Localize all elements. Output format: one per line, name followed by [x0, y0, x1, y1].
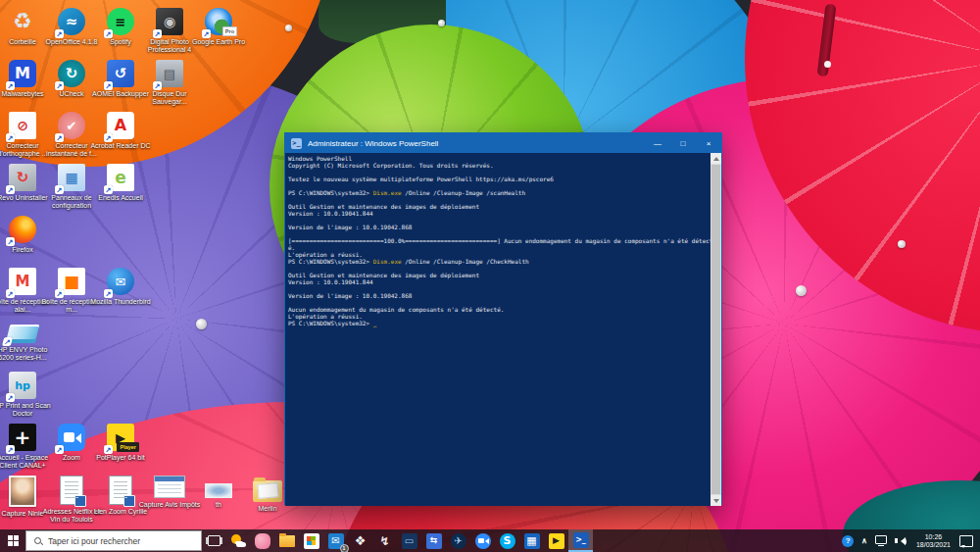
- console-scrollbar[interactable]: [710, 153, 721, 506]
- shortcut-arrow-overlay: ↗: [104, 81, 113, 90]
- desktop-icon-label: HP ENVY Photo 6200 series-H...: [0, 346, 55, 362]
- desktop-icon-disque-dur-sauvegarde[interactable]: ▤↗Disque Dur Sauvegar...: [137, 60, 202, 106]
- shortcut-arrow-overlay: ↗: [6, 133, 15, 142]
- tray-volume[interactable]: [891, 529, 911, 552]
- desktop: ♻Corbeille≈↗OpenOffice 4.1.8≡↗Spotify◉↗D…: [0, 0, 980, 552]
- plane-app-icon: ✈: [451, 533, 466, 549]
- help-icon: ?: [842, 535, 854, 547]
- clock-time: 10:26: [925, 533, 943, 541]
- hp-print-scan-doctor-icon: hp↗: [9, 372, 36, 399]
- taskbar-clock[interactable]: 10:26 18/03/2021: [911, 529, 956, 552]
- desktop-icon-label: Google Earth Pro: [192, 38, 245, 46]
- desktop-icon-mozilla-thunderbird[interactable]: ✉↗Mozilla Thunderbird: [88, 268, 153, 306]
- powershell-titlebar[interactable]: >_ Administrateur : Windows PowerShell —…: [285, 133, 721, 153]
- desktop-icon-google-earth-pro[interactable]: Pro↗Google Earth Pro: [186, 8, 251, 46]
- desktop-icon-label: UCheck: [60, 90, 84, 98]
- shortcut-arrow-overlay: ↗: [153, 81, 162, 90]
- desktop-icon-label: th: [216, 501, 221, 509]
- desktop-icon-acrobat-reader-dc[interactable]: A↗Acrobat Reader DC: [88, 112, 153, 150]
- potplayer-icon: ▶Player↗: [107, 424, 134, 451]
- taskbar-icon-dropbox[interactable]: ❖: [348, 529, 372, 552]
- scrollbar-thumb[interactable]: [711, 165, 720, 494]
- shortcut-arrow-overlay: ↗: [6, 289, 15, 298]
- desktop-icon-label: Mozilla Thunderbird: [90, 298, 150, 306]
- scrollbar-up-arrow[interactable]: [710, 153, 721, 164]
- taskbar-icon-powershell[interactable]: >_: [568, 529, 593, 552]
- desktop-icon-potplayer[interactable]: ▶Player↗PotPlayer 64 bit: [88, 424, 153, 462]
- window-controls: — □ ×: [645, 133, 721, 153]
- calendar-icon: ▦: [524, 533, 540, 549]
- taskbar-icon-remote-app[interactable]: ⇆: [421, 529, 446, 552]
- desktop-icon-label: PotPlayer 64 bit: [96, 454, 144, 462]
- taskbar-icon-file-explorer[interactable]: [274, 529, 299, 552]
- mozilla-thunderbird-icon: ✉↗: [107, 268, 134, 295]
- correcteur-orthographe-icon: ⊘↗: [9, 112, 36, 139]
- taskbar-icon-calendar[interactable]: ▦: [519, 529, 544, 552]
- shortcut-arrow-overlay: ↗: [104, 133, 113, 142]
- shortcut-arrow-overlay: ↗: [55, 445, 64, 454]
- taskbar-icon-lightning-app[interactable]: ↯: [372, 529, 397, 552]
- google-earth-pro-badge: Pro: [222, 26, 237, 36]
- potplayer-badge: Player: [117, 442, 139, 452]
- tray-hidden-icons-chevron[interactable]: ∧: [858, 529, 871, 552]
- task-view-button[interactable]: [202, 529, 225, 552]
- search-icon: [34, 537, 42, 545]
- windows-logo-icon: [8, 535, 19, 546]
- shortcut-arrow-overlay: ↗: [6, 393, 15, 402]
- desktop-icon-firefox[interactable]: ↗Firefox: [0, 216, 55, 254]
- desktop-icon-enedis-accueil[interactable]: e↗Enedis Accueil: [88, 164, 153, 202]
- maximize-button[interactable]: □: [670, 133, 696, 153]
- desktop-icon-hp-envy-photo[interactable]: ↗HP ENVY Photo 6200 series-H...: [0, 320, 55, 362]
- taskbar-icon-zoom[interactable]: [470, 529, 495, 552]
- desktop-icon-label: Firefox: [12, 246, 32, 254]
- taskbar-icon-mail[interactable]: ✉1: [323, 529, 348, 552]
- boite-reception-orange-icon: ■↗: [58, 268, 85, 295]
- taskbar-icon-plane-app[interactable]: ✈: [446, 529, 470, 552]
- microsoft-store-icon: [304, 533, 319, 549]
- shortcut-arrow-overlay: ↗: [55, 29, 64, 38]
- weather-icon: [230, 533, 246, 549]
- start-button[interactable]: [0, 529, 25, 552]
- pink-app-icon: [255, 533, 270, 549]
- shortcut-arrow-overlay: ↗: [104, 289, 113, 298]
- taskbar-icon-weather[interactable]: [225, 529, 250, 552]
- file-type-badge: [123, 495, 135, 507]
- taskbar-icon-skype[interactable]: S: [495, 529, 519, 552]
- action-center-button[interactable]: [956, 529, 977, 552]
- canal-plus-icon: +↗: [9, 424, 36, 451]
- lightning-app-icon: ↯: [377, 533, 393, 549]
- acrobat-reader-dc-icon: A↗: [107, 112, 134, 139]
- taskbar-icon-laptop-app[interactable]: ▭: [397, 529, 421, 552]
- shortcut-arrow-overlay: ↗: [6, 237, 15, 246]
- desktop-icon-label: Lien Zoom Cyrille: [94, 508, 147, 516]
- scrollbar-down-arrow[interactable]: [710, 495, 721, 506]
- desktop-icon-hp-print-scan-doctor[interactable]: hp↗HP Print and Scan Doctor: [0, 372, 55, 418]
- taskbar-search[interactable]: Taper ici pour rechercher: [25, 530, 202, 551]
- shortcut-arrow-overlay: ↗: [55, 185, 64, 194]
- remote-app-icon: ⇆: [426, 533, 442, 549]
- file-type-badge: [74, 495, 86, 507]
- action-center-icon: [959, 535, 973, 547]
- taskbar-icon-pink-app[interactable]: [250, 529, 274, 552]
- tray-help[interactable]: ?: [838, 529, 858, 552]
- taskbar-icon-potplayer[interactable]: ▶: [544, 529, 568, 552]
- system-tray: ?∧ 10:26 18/03/2021: [838, 529, 980, 552]
- powershell-window: >_ Administrateur : Windows PowerShell —…: [284, 132, 722, 505]
- desktop-icon-label: Zoom: [63, 454, 80, 462]
- taskbar-icon-microsoft-store[interactable]: [299, 529, 323, 552]
- minimize-button[interactable]: —: [645, 133, 670, 153]
- task-view-icon: [208, 535, 220, 546]
- powershell-icon: >_: [573, 532, 589, 548]
- close-button[interactable]: ×: [696, 133, 721, 153]
- console-output[interactable]: Windows PowerShellCopyright (C) Microsof…: [285, 153, 721, 506]
- spotify-icon: ≡↗: [107, 8, 134, 35]
- lien-zoom-cyrille-icon: [109, 476, 132, 505]
- tray-network[interactable]: [871, 529, 891, 552]
- desktop-icon-label: Capture Ninie: [2, 510, 44, 518]
- th-icon: [205, 483, 232, 498]
- shortcut-arrow-overlay: ↗: [153, 29, 162, 38]
- firefox-icon: ↗: [9, 216, 36, 243]
- panneaux-de-configuration-icon: ▦↗: [58, 164, 85, 191]
- capture-ninie-icon: [9, 476, 36, 507]
- shortcut-arrow-overlay: ↗: [55, 289, 64, 298]
